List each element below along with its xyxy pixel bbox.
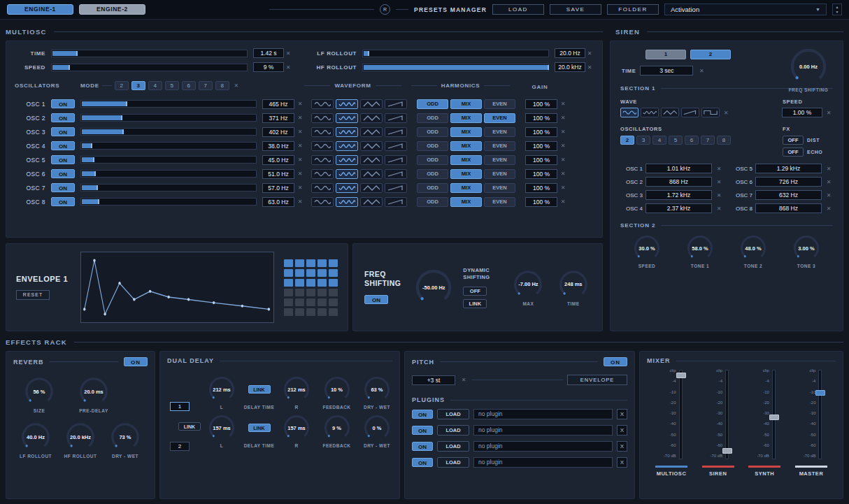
- env-grid-cell[interactable]: [329, 308, 338, 316]
- harmonics-odd-button[interactable]: ODD: [417, 127, 448, 137]
- env-grid-cell[interactable]: [306, 259, 315, 267]
- osc-freq-value[interactable]: 465 Hz: [262, 99, 294, 109]
- osc-on-button[interactable]: ON: [51, 183, 75, 192]
- close-icon[interactable]: ✕: [697, 68, 706, 74]
- osc-on-button[interactable]: ON: [51, 99, 75, 108]
- env-grid-cell[interactable]: [329, 298, 338, 306]
- triangle-wave-icon[interactable]: [360, 155, 383, 165]
- saw-wave-icon[interactable]: [385, 197, 407, 207]
- delay-stereo-link-button[interactable]: LINK: [248, 385, 271, 394]
- close-icon[interactable]: ✕: [825, 192, 833, 199]
- triangle-wave-icon[interactable]: [360, 183, 383, 193]
- osc-on-button[interactable]: ON: [51, 155, 75, 164]
- siren-osc-count-button[interactable]: 6: [685, 136, 699, 145]
- saw-wave-icon[interactable]: [385, 99, 407, 109]
- env-grid-cell[interactable]: [318, 289, 327, 296]
- osc-on-button[interactable]: ON: [51, 113, 75, 122]
- siren-osc-freq-value[interactable]: 632 Hz: [755, 190, 822, 200]
- mixer-fader-track[interactable]: [818, 370, 822, 459]
- delay-time-left-knob[interactable]: 157 ms: [208, 414, 236, 442]
- dist-off-button[interactable]: OFF: [783, 136, 804, 145]
- freq-shifting-on-button[interactable]: ON: [364, 295, 388, 304]
- env-grid-cell[interactable]: [318, 259, 327, 267]
- harmonics-mix-button[interactable]: MIX: [450, 183, 482, 193]
- osc-freq-slider[interactable]: [80, 170, 257, 178]
- delay-time-right-knob[interactable]: 212 ms: [283, 375, 311, 403]
- save-button[interactable]: SAVE: [550, 4, 601, 15]
- mixer-fader-handle[interactable]: [815, 390, 825, 396]
- siren-osc-freq-value[interactable]: 868 Hz: [645, 177, 712, 187]
- siren-osc-freq-value[interactable]: 1.72 kHz: [645, 190, 712, 200]
- mode-count-button[interactable]: 7: [199, 81, 213, 90]
- siren-freq-shift-knob[interactable]: 0.00 Hz: [789, 47, 828, 86]
- time-slider[interactable]: [51, 50, 248, 57]
- sine2-wave-icon[interactable]: [336, 99, 358, 109]
- siren-osc-freq-value[interactable]: 726 Hz: [755, 177, 822, 187]
- triangle-wave-icon[interactable]: [360, 141, 383, 151]
- harmonics-mix-button[interactable]: MIX: [450, 127, 482, 137]
- osc-freq-value[interactable]: 63.0 Hz: [262, 197, 294, 207]
- siren-tab-2[interactable]: 2: [690, 50, 731, 59]
- saw-wave-icon[interactable]: [385, 127, 407, 137]
- hf-rollout-value[interactable]: 20.0 kHz: [555, 62, 585, 72]
- env-grid-cell[interactable]: [306, 289, 315, 296]
- plugin-on-button[interactable]: ON: [412, 458, 433, 467]
- dynamic-max-knob[interactable]: -7.00 Hz: [513, 269, 543, 300]
- load-button[interactable]: LOAD: [492, 4, 544, 15]
- close-icon[interactable]: ✕: [585, 64, 594, 71]
- env-grid-cell[interactable]: [318, 308, 327, 316]
- osc-on-button[interactable]: ON: [51, 169, 75, 178]
- plugin-load-button[interactable]: LOAD: [437, 441, 469, 452]
- mode-count-button[interactable]: 5: [165, 81, 179, 90]
- osc-gain-value[interactable]: 100 %: [525, 183, 557, 193]
- lf-rollout-value[interactable]: 20.0 Hz: [555, 48, 585, 58]
- saw-wave-icon[interactable]: [385, 183, 407, 193]
- osc-freq-value[interactable]: 402 Hz: [262, 127, 294, 137]
- env-grid-cell[interactable]: [295, 289, 304, 296]
- siren-tab-1[interactable]: 1: [645, 50, 686, 59]
- harmonics-even-button[interactable]: EVEN: [484, 155, 515, 165]
- osc-on-button[interactable]: ON: [51, 141, 75, 150]
- env-grid-cell[interactable]: [306, 298, 315, 306]
- env-grid-cell[interactable]: [284, 279, 293, 287]
- freq-shift-knob[interactable]: -50.00 Hz: [414, 268, 453, 307]
- harmonics-mix-button[interactable]: MIX: [450, 113, 482, 123]
- delay-stereo-link-button[interactable]: LINK: [248, 424, 271, 432]
- siren-osc-count-button[interactable]: 8: [717, 136, 731, 145]
- env-grid-cell[interactable]: [295, 298, 304, 306]
- harmonics-even-button[interactable]: EVEN: [484, 183, 515, 193]
- harmonics-mix-button[interactable]: MIX: [450, 155, 482, 165]
- env-grid-cell[interactable]: [295, 279, 304, 287]
- osc-freq-slider[interactable]: [80, 142, 257, 150]
- delay-dry-wet-knob[interactable]: 0 %: [363, 414, 391, 442]
- sine2-wave-icon[interactable]: [641, 108, 659, 117]
- osc-freq-slider[interactable]: [80, 184, 257, 192]
- siren-osc-count-button[interactable]: 2: [620, 136, 634, 145]
- plugin-name-field[interactable]: no plugin: [473, 457, 613, 468]
- siren-osc-freq-value[interactable]: 1.01 kHz: [645, 164, 712, 173]
- plugin-name-field[interactable]: no plugin: [473, 425, 613, 435]
- osc-gain-value[interactable]: 100 %: [525, 99, 557, 109]
- mode-count-button[interactable]: 2: [115, 81, 129, 90]
- siren-osc-freq-value[interactable]: 2.37 kHz: [645, 203, 712, 213]
- close-icon[interactable]: ✕: [559, 157, 567, 163]
- triangle-wave-icon[interactable]: [661, 108, 679, 117]
- close-icon[interactable]: ✕: [296, 115, 304, 121]
- siren-osc-count-button[interactable]: 5: [669, 136, 683, 145]
- close-icon[interactable]: ✕: [825, 179, 833, 185]
- sine2-wave-icon[interactable]: [336, 141, 358, 151]
- close-icon[interactable]: ✕: [232, 82, 241, 89]
- square-wave-icon[interactable]: [701, 108, 720, 117]
- plugin-on-button[interactable]: ON: [412, 426, 433, 435]
- preset-select[interactable]: Activation ▼: [664, 3, 827, 15]
- env-grid-cell[interactable]: [284, 308, 293, 316]
- close-icon[interactable]: ✕: [296, 171, 304, 177]
- siren-section2-knob[interactable]: 3.00 %: [792, 234, 820, 262]
- sine2-wave-icon[interactable]: [336, 169, 358, 179]
- close-icon[interactable]: ✕: [825, 206, 833, 212]
- sine2-wave-icon[interactable]: [336, 183, 358, 193]
- osc-gain-value[interactable]: 100 %: [525, 197, 557, 207]
- env-grid-cell[interactable]: [318, 298, 327, 306]
- saw-wave-icon[interactable]: [385, 169, 407, 179]
- mode-count-button[interactable]: 4: [148, 81, 162, 90]
